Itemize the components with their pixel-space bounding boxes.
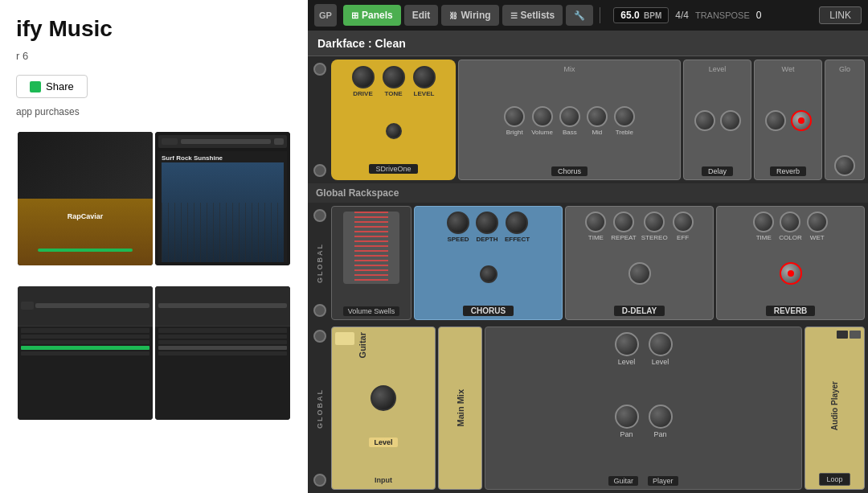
app-purchases-text: app purchases xyxy=(16,106,292,117)
main-mix-block[interactable]: Main Mix xyxy=(438,327,482,490)
screenshot-3[interactable] xyxy=(18,286,153,420)
upper-reverb-block[interactable]: Wet Reverb xyxy=(754,60,822,180)
global-chorus-block[interactable]: SPEED DEPTH EFFECT CHORUS xyxy=(414,206,563,320)
global-row2-side: GLOBAL xyxy=(311,327,329,490)
setlists-icon: ☰ xyxy=(510,11,518,20)
global-delay-block[interactable]: TIME REPEAT STEREO EFF D-DELAY xyxy=(565,206,714,320)
screenshot-4[interactable] xyxy=(155,286,290,420)
mid-knob[interactable] xyxy=(587,106,608,127)
tools-button[interactable]: 🔧 xyxy=(566,5,593,26)
volume-swells-block[interactable]: Volume Swells xyxy=(331,206,411,320)
loop-button[interactable]: Loop xyxy=(819,473,850,486)
panels-button[interactable]: ⊞ Panels xyxy=(343,5,401,26)
upper-glo-block[interactable]: Glo xyxy=(825,60,865,180)
pedal-name-tag: SDriveOne xyxy=(369,164,417,174)
reverb-wet-knob[interactable] xyxy=(807,212,828,232)
guitar-tape-1 xyxy=(335,332,354,345)
wiring-button[interactable]: ⛓ Wiring xyxy=(441,5,498,26)
ch-pan-2-label: Pan xyxy=(653,430,666,438)
ddelay-repeat-knob[interactable] xyxy=(613,212,634,232)
delay-knobs xyxy=(694,110,741,131)
edit-button[interactable]: Edit xyxy=(404,5,439,26)
screenshot-2[interactable]: Surf Rock Sunshine xyxy=(155,132,290,265)
bass-label: Bass xyxy=(563,129,577,136)
guitar-level-knob[interactable] xyxy=(371,385,396,411)
global-toggle-4[interactable] xyxy=(313,474,326,487)
time-signature[interactable]: 4/4 xyxy=(675,10,689,21)
ch-level-2-knob[interactable] xyxy=(649,332,673,356)
ch-level-1-knob[interactable] xyxy=(615,332,639,356)
screenshot-top-row: RapCaviar Surf Rock Sunshine xyxy=(16,130,292,267)
reverb-knob-1[interactable] xyxy=(765,110,786,131)
reverb-red-knob[interactable] xyxy=(791,110,812,131)
share-button[interactable]: Share xyxy=(16,75,88,98)
upper-power-toggle[interactable] xyxy=(313,63,326,76)
global-toggle-3[interactable] xyxy=(313,330,326,343)
bass-knob[interactable] xyxy=(559,106,580,127)
chorus-upper-knobs: Bright Volume Bass Mid Treble xyxy=(504,106,635,136)
level-label: LEVEL xyxy=(414,90,435,97)
bright-label: Bright xyxy=(506,129,523,136)
treble-knob[interactable] xyxy=(614,106,635,127)
wrench-icon: 🔧 xyxy=(574,10,585,21)
effect-knob[interactable] xyxy=(506,212,528,234)
panels-icon: ⊞ xyxy=(351,10,358,21)
channel-knobs-bottom: Pan Pan xyxy=(615,405,673,438)
upper-power-toggle-2[interactable] xyxy=(313,164,326,177)
audio-player-block[interactable]: Audio Player Loop xyxy=(805,327,865,490)
logo-button[interactable]: GP xyxy=(314,4,337,27)
bright-knob[interactable] xyxy=(504,106,525,127)
tone-knob[interactable] xyxy=(383,66,405,88)
guitar-top: Guitar xyxy=(335,332,432,358)
pedal-small-knob[interactable] xyxy=(386,123,402,139)
reverb-time-knob[interactable] xyxy=(753,212,774,232)
mid-group: Mid xyxy=(587,106,608,136)
reverb-wet-label: Wet xyxy=(782,65,795,73)
reverb-name: REVERB xyxy=(766,306,816,316)
ddelay-stereo-knob[interactable] xyxy=(644,212,665,232)
level-knob[interactable] xyxy=(413,66,436,88)
reverb-red-knob-global[interactable] xyxy=(780,262,802,285)
level-knob-group: LEVEL xyxy=(413,66,436,97)
ddelay-center-knob[interactable] xyxy=(628,262,651,285)
audio-player-label: Audio Player xyxy=(830,381,839,430)
effect-group: EFFECT xyxy=(505,212,530,243)
reverb-color-knob[interactable] xyxy=(780,212,800,232)
global-toggle-1[interactable] xyxy=(313,209,326,222)
chorus-center-knob[interactable] xyxy=(480,265,497,283)
delay-knob-1[interactable] xyxy=(694,110,715,131)
guitar-channel-block[interactable]: Level Level Pan Pan Guitar Pla xyxy=(485,327,802,490)
ddelay-time-knob[interactable] xyxy=(585,212,606,232)
drive-knob[interactable] xyxy=(352,66,375,88)
upper-chorus-block[interactable]: Mix Bright Volume Bass Mid xyxy=(458,60,681,180)
link-button[interactable]: LINK xyxy=(819,6,862,24)
ch-pan-1-knob[interactable] xyxy=(615,405,639,429)
audio-ctrl-1[interactable] xyxy=(837,331,848,339)
volume-knob[interactable] xyxy=(532,106,553,127)
depth-group: DEPTH xyxy=(476,212,498,243)
preset-bar: Darkface : Clean xyxy=(308,31,868,56)
ch-level-2-label: Level xyxy=(652,358,669,366)
setlists-button[interactable]: ☰ Setlists xyxy=(502,5,563,26)
audio-ctrl-2[interactable] xyxy=(850,331,861,339)
speed-knob[interactable] xyxy=(447,212,469,234)
sdrive-pedal[interactable]: DRIVE TONE LEVEL SDriveOne xyxy=(331,60,456,180)
delay-knob-2[interactable] xyxy=(720,110,741,131)
global-toggle-2[interactable] xyxy=(313,304,326,317)
reverb-knob-row: TIME COLOR WET xyxy=(753,212,827,241)
speed-label: SPEED xyxy=(447,236,469,243)
bpm-display[interactable]: 65.0 BPM xyxy=(613,7,669,23)
upper-delay-block[interactable]: Level Delay xyxy=(683,60,751,180)
ddelay-eff-knob[interactable] xyxy=(673,212,694,232)
preset-name: Darkface : Clean xyxy=(317,37,406,50)
global-reverb-block[interactable]: TIME COLOR WET REVERB xyxy=(716,206,865,320)
guitar-block[interactable]: Guitar Level Input xyxy=(331,327,436,490)
glo-knob[interactable] xyxy=(834,155,855,176)
tone-label: TONE xyxy=(384,90,402,97)
screenshot-1[interactable]: RapCaviar xyxy=(18,132,153,265)
drive-knob-group: DRIVE xyxy=(352,66,375,97)
ch-level-1-group: Level xyxy=(615,332,639,366)
ch-pan-2-knob[interactable] xyxy=(649,405,673,429)
depth-knob[interactable] xyxy=(476,212,498,234)
upper-chorus-name: Chorus xyxy=(551,166,588,176)
